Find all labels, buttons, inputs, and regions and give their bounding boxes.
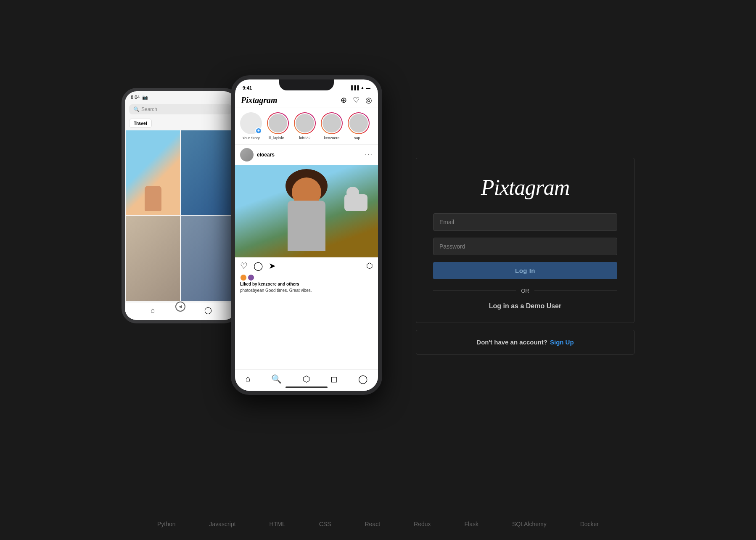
- tech-javascript: Javascript: [209, 521, 236, 527]
- tech-python: Python: [157, 521, 176, 527]
- share-icon: ➤: [269, 261, 276, 271]
- story-add-icon: +: [255, 127, 262, 134]
- post-options-icon: ···: [365, 151, 373, 159]
- front-header: Pixtagram ⊕ ♡ ◎: [235, 93, 378, 108]
- back-tag: Travel: [129, 119, 152, 128]
- post-caption: photosbyean Good times. Great vibes.: [235, 287, 378, 295]
- phone-back: 8:04 📷 🔍 Search Travel ⌂: [122, 88, 239, 323]
- post-actions: ♡ ◯ ➤ ⬡: [235, 257, 378, 274]
- password-group: [433, 238, 617, 255]
- post-header: eloears ···: [235, 145, 378, 165]
- back-search-nav-icon: ◯: [204, 306, 213, 315]
- battery-icon: ▬: [366, 85, 370, 90]
- login-card: Pixtagram Log In OR Log in as a Demo Use…: [416, 158, 634, 323]
- tech-css: CSS: [319, 521, 331, 527]
- front-logo: Pixtagram: [241, 95, 278, 105]
- story-name-1: lil_lapisle...: [269, 136, 287, 140]
- back-image-4: [181, 216, 235, 301]
- tech-react: React: [365, 521, 380, 527]
- signup-card: Don't have an account? Sign Up: [416, 330, 634, 355]
- signup-prompt: Don't have an account?: [476, 339, 547, 346]
- your-story-label: Your Story: [242, 136, 260, 140]
- signup-link[interactable]: Sign Up: [550, 339, 574, 346]
- wifi-icon: ▲: [360, 85, 365, 90]
- back-button: ◀: [175, 302, 185, 312]
- nav-search-icon: 🔍: [271, 374, 282, 384]
- phone-notch: [279, 79, 334, 90]
- or-text: OR: [521, 288, 529, 294]
- password-input[interactable]: [433, 238, 617, 255]
- tech-docker: Docker: [580, 521, 599, 527]
- new-post-icon: ⊕: [341, 95, 347, 105]
- cat-figure: [344, 194, 370, 215]
- post-avatar: [240, 148, 254, 161]
- heart-icon: ♡: [353, 95, 359, 105]
- post-image: [235, 165, 378, 257]
- nav-shop-icon: ◻: [330, 374, 338, 384]
- divider-right: [534, 291, 617, 291]
- or-divider: OR: [433, 288, 617, 294]
- back-image-1: [126, 130, 180, 215]
- demo-login-button[interactable]: Log in as a Demo User: [489, 302, 562, 310]
- app-title: Pixtagram: [481, 175, 570, 200]
- story-name-3: kenzoere: [324, 136, 339, 140]
- home-indicator: [285, 386, 328, 388]
- story-name-4: sap...: [354, 136, 363, 140]
- post-username: eloears: [257, 152, 275, 158]
- back-search-text: Search: [141, 106, 157, 112]
- woman-figure: [273, 177, 340, 257]
- tech-redux: Redux: [414, 521, 431, 527]
- story-name-2: loft232: [299, 136, 310, 140]
- your-story-avatar: +: [240, 112, 262, 134]
- like-icon: ♡: [240, 261, 248, 271]
- tech-sqlalchemy: SQLAlchemy: [512, 521, 547, 527]
- signal-icon: ▐▐▐: [350, 85, 359, 90]
- story-1: lil_lapisle...: [267, 112, 289, 140]
- story-3: kenzoere: [321, 112, 343, 140]
- phones-mockup: 8:04 📷 🔍 Search Travel ⌂: [122, 75, 382, 437]
- story-avatar-4: [348, 112, 370, 134]
- likes-text: Liked by kenzoere and others: [240, 282, 299, 286]
- story-avatar-1: [267, 112, 289, 134]
- phone-front: 9:41 ▐▐▐ ▲ ▬ Pixtagram ⊕ ♡ ◎: [231, 75, 382, 395]
- post-user-info: eloears: [240, 148, 275, 161]
- email-group: [433, 213, 617, 231]
- back-time: 8:04: [131, 95, 140, 100]
- story-2: loft232: [294, 112, 316, 140]
- email-input[interactable]: [433, 213, 617, 231]
- nav-reels-icon: ⬡: [303, 374, 310, 384]
- tech-flask: Flask: [465, 521, 478, 527]
- bookmark-icon: ⬡: [366, 261, 373, 270]
- messenger-icon: ◎: [365, 95, 372, 105]
- nav-home-icon: ⌂: [246, 374, 251, 384]
- story-4: sap...: [348, 112, 370, 140]
- divider-left: [433, 291, 516, 291]
- story-your: + Your Story: [240, 112, 262, 140]
- nav-profile-icon: ◯: [358, 374, 367, 384]
- tech-footer: Python Javascript HTML CSS React Redux F…: [0, 512, 756, 540]
- back-image-2: [181, 130, 235, 215]
- front-time: 9:41: [243, 85, 252, 90]
- story-avatar-2: [294, 112, 316, 134]
- back-camera-icon: 📷: [142, 95, 148, 100]
- post-likes: Liked by kenzoere and others: [235, 274, 378, 287]
- back-home-icon: ⌂: [148, 306, 157, 315]
- story-avatar-3: [321, 112, 343, 134]
- comment-icon: ◯: [254, 261, 263, 271]
- login-section: Pixtagram Log In OR Log in as a Demo Use…: [416, 158, 634, 355]
- stories-row: + Your Story lil_lapisle...: [235, 108, 378, 145]
- back-image-3: [126, 216, 180, 301]
- back-search-icon: 🔍: [133, 106, 140, 112]
- tech-html: HTML: [270, 521, 285, 527]
- login-button[interactable]: Log In: [433, 262, 617, 279]
